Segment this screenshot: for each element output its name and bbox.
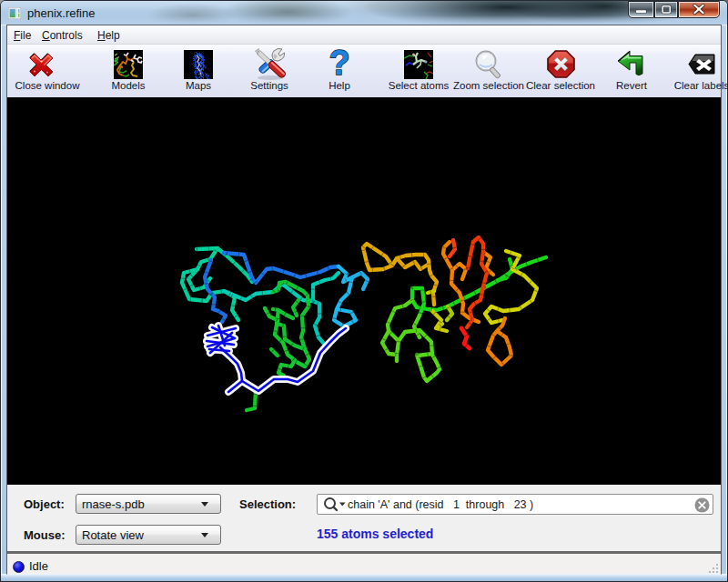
svg-text:?: ? bbox=[329, 48, 349, 81]
